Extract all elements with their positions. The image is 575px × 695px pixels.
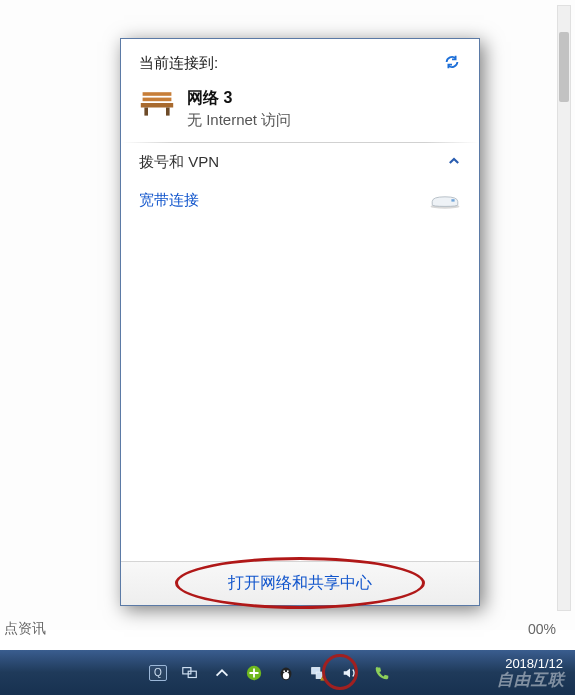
- connection-row[interactable]: 网络 3 无 Internet 访问: [139, 88, 461, 130]
- phone-tray-icon[interactable]: [369, 660, 395, 686]
- qq-icon: Q: [149, 665, 167, 681]
- volume-tray-icon[interactable]: [337, 660, 363, 686]
- chevron-up-icon: [213, 664, 231, 682]
- qq-tray-icon[interactable]: Q: [145, 660, 171, 686]
- popup-spacer: [121, 214, 479, 561]
- svg-rect-15: [166, 108, 170, 116]
- svg-point-4: [283, 672, 289, 679]
- connection-name: 网络 3: [187, 88, 291, 109]
- broadband-link[interactable]: 宽带连接: [139, 191, 199, 210]
- zoom-level: 00%: [528, 621, 556, 637]
- status-bar: 点资讯 00%: [0, 619, 560, 639]
- network-icon: [309, 664, 327, 682]
- phone-icon: [373, 664, 391, 682]
- taskbar-date[interactable]: 2018/1/12: [505, 656, 563, 671]
- vertical-scrollbar[interactable]: [557, 5, 571, 611]
- volume-icon: [341, 664, 359, 682]
- plus-tray-icon[interactable]: [241, 660, 267, 686]
- broadband-item[interactable]: 宽带连接: [121, 182, 479, 214]
- connection-text: 网络 3 无 Internet 访问: [187, 88, 291, 130]
- network-tray-icon[interactable]: [305, 660, 331, 686]
- refresh-icon: [443, 53, 461, 71]
- svg-rect-11: [143, 92, 172, 96]
- current-connection-label: 当前连接到:: [139, 54, 218, 73]
- plus-icon: [245, 664, 263, 682]
- svg-rect-14: [144, 108, 148, 116]
- screens-tray-icon[interactable]: [177, 660, 203, 686]
- svg-rect-13: [141, 103, 173, 108]
- svg-rect-9: [323, 677, 324, 679]
- svg-rect-17: [451, 199, 454, 201]
- current-connection-header: 当前连接到:: [139, 53, 461, 74]
- svg-point-6: [287, 670, 289, 672]
- modem-icon: [429, 190, 461, 210]
- penguin-icon: [277, 664, 295, 682]
- current-connection-section: 当前连接到: 网络 3 无 Internet 访问: [121, 39, 479, 142]
- bench-icon: [139, 88, 175, 118]
- svg-point-5: [283, 670, 285, 672]
- status-left-text: 点资讯: [4, 620, 46, 638]
- watermark-text: 自由互联: [497, 670, 565, 691]
- taskbar: Q 2018/1/12 自由互联: [0, 650, 575, 695]
- popup-footer: 打开网络和共享中心: [121, 561, 479, 605]
- screens-icon: [181, 664, 199, 682]
- network-flyout: 当前连接到: 网络 3 无 Internet 访问: [120, 38, 480, 606]
- chevron-up-icon[interactable]: [447, 154, 461, 171]
- refresh-button[interactable]: [443, 53, 461, 74]
- open-network-center-link[interactable]: 打开网络和共享中心: [228, 573, 372, 594]
- connection-status: 无 Internet 访问: [187, 111, 291, 130]
- dialup-vpn-label: 拨号和 VPN: [139, 153, 219, 172]
- dialup-vpn-header[interactable]: 拨号和 VPN: [121, 143, 479, 182]
- svg-rect-12: [143, 98, 172, 102]
- up-arrow-tray-icon[interactable]: [209, 660, 235, 686]
- scrollbar-thumb[interactable]: [559, 32, 569, 102]
- penguin-tray-icon[interactable]: [273, 660, 299, 686]
- svg-rect-10: [323, 679, 324, 680]
